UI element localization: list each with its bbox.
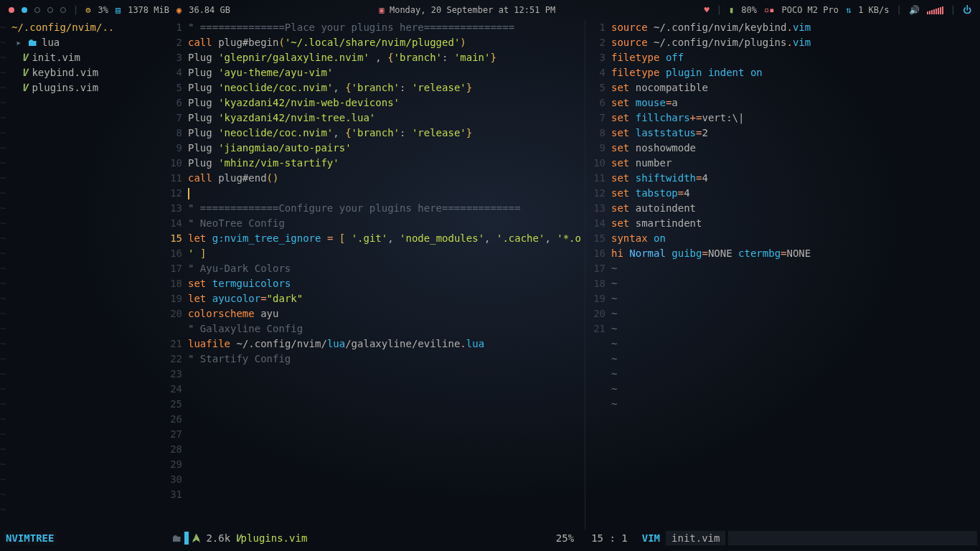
tree-path: ~/.config/nvim/..: [11, 20, 162, 35]
vim-icon: V: [235, 532, 240, 544]
file-name-right: init.vim: [666, 531, 725, 545]
top-status-bar: | ⚙ 3% ▤ 1378 MiB ◉ 36.84 GB ▣ Monday, 2…: [0, 0, 980, 20]
mode-vim: VIM: [642, 532, 660, 544]
heart-icon: ♥: [705, 5, 710, 15]
tree-file[interactable]: Vkeybind.vim: [11, 65, 162, 80]
calendar-icon: ▣: [379, 5, 384, 15]
tree-file[interactable]: Vplugins.vim: [11, 80, 162, 95]
file-tree[interactable]: ~/.config/nvim/.. ▸ 🖿 lua Vinit.vimVkeyb…: [11, 20, 162, 529]
disk-icon: ◉: [176, 5, 182, 15]
editor-pane-right[interactable]: 123456789101112131415161718192021 source…: [585, 20, 980, 529]
separator-bar: [184, 532, 189, 545]
updown-icon: ⇅: [846, 5, 851, 15]
arch-icon: ⮝: [192, 532, 202, 544]
battery-value: 80%: [741, 5, 757, 15]
volume-icon: 🔊: [909, 5, 920, 15]
disk-value: 36.84 GB: [189, 5, 230, 15]
date-time: ▣ Monday, 20 September at 12:51 PM: [379, 5, 555, 15]
network-speed: 1 KB/s: [858, 5, 889, 15]
folder-icon: 🖿: [171, 532, 182, 544]
tree-file[interactable]: Vinit.vim: [11, 50, 162, 65]
line-numbers: 123456789101112131415161718192021: [585, 20, 611, 529]
workspace-dot[interactable]: [22, 7, 27, 13]
memory-value: 1378 MiB: [128, 5, 169, 15]
workspace-dot[interactable]: [47, 7, 53, 13]
workspace-dot-active[interactable]: [9, 7, 14, 13]
tilde-column: ~~~~~~~~~~~~~~~~~~~~~~~~~~~~~~~~~: [0, 20, 11, 529]
network-icon: ▫▪: [764, 5, 774, 15]
code-area[interactable]: source ~/.config/nvim/keybind.vimsource …: [611, 20, 980, 529]
status-line: NVIMTREE 🖿 ⮝ 2.6k V plugins.vim 25% 15 :…: [0, 529, 980, 547]
memory-icon: ▤: [116, 5, 121, 15]
cursor-position: 15 : 1: [591, 532, 628, 544]
vim-icon: V: [22, 50, 27, 65]
editor-pane-left[interactable]: 1234567891011121314151617181920212223242…: [162, 20, 585, 529]
battery-icon: ▮: [729, 5, 734, 15]
cpu-icon: ⚙: [85, 5, 90, 15]
file-size: 2.6k: [206, 532, 230, 544]
workspace-dot[interactable]: [60, 7, 66, 13]
vim-icon: V: [22, 80, 27, 95]
volume-bars: [927, 6, 943, 14]
mode-nvimtree: NVIMTREE: [3, 531, 57, 545]
chevron-right-icon: ▸: [16, 35, 23, 50]
vim-icon: V: [22, 65, 27, 80]
folder-icon: 🖿: [27, 35, 37, 50]
cpu-value: 3%: [98, 5, 108, 15]
network-device: POCO M2 Pro: [781, 5, 838, 15]
power-icon[interactable]: ⏻: [963, 5, 971, 15]
scroll-percent: 25%: [556, 532, 574, 544]
line-numbers: 1234567891011121314151617181920212223242…: [162, 20, 188, 529]
tree-folder[interactable]: ▸ 🖿 lua: [11, 35, 162, 50]
workspace-dot[interactable]: [34, 7, 40, 13]
code-area[interactable]: " ==============Place your plugins here=…: [188, 20, 585, 529]
file-name: plugins.vim: [241, 532, 308, 544]
